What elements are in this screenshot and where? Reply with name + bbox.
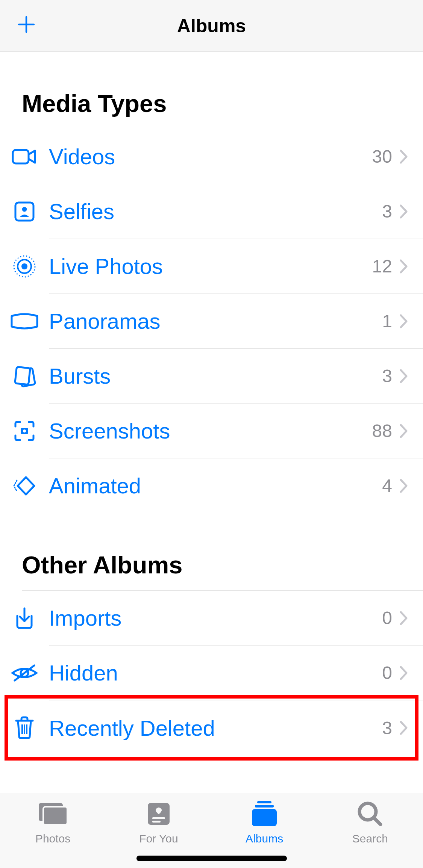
chevron-right-icon (400, 424, 408, 438)
chevron-right-icon (400, 611, 408, 625)
row-label: Live Photos (49, 254, 372, 279)
chevron-right-icon (400, 314, 408, 328)
photos-tab-icon (36, 800, 70, 828)
row-label: Videos (49, 144, 372, 169)
row-screenshots[interactable]: Screenshots 88 (0, 404, 423, 458)
chevron-right-icon (400, 204, 408, 219)
row-label: Recently Deleted (49, 715, 382, 741)
svg-rect-21 (152, 817, 165, 819)
svg-rect-24 (255, 805, 274, 808)
svg-rect-25 (252, 809, 277, 826)
tab-photos[interactable]: Photos (0, 800, 106, 868)
search-tab-icon (357, 800, 383, 828)
chevron-right-icon (400, 479, 408, 493)
svg-rect-23 (257, 801, 271, 803)
section-title-media-types: Media Types (0, 52, 423, 129)
import-icon (0, 607, 49, 629)
row-count: 4 (382, 475, 392, 496)
row-label: Hidden (49, 660, 382, 685)
panorama-icon (0, 313, 49, 330)
row-animated[interactable]: Animated 4 (0, 458, 423, 513)
trash-icon (0, 716, 49, 739)
svg-rect-22 (152, 821, 161, 823)
tab-label: Albums (246, 832, 283, 845)
tab-label: Photos (35, 832, 70, 845)
selfie-icon (0, 201, 49, 222)
row-count: 0 (382, 608, 392, 628)
tab-label: For You (139, 832, 178, 845)
home-indicator[interactable] (136, 856, 287, 861)
svg-rect-2 (13, 150, 29, 163)
chevron-right-icon (400, 150, 408, 164)
hidden-icon (0, 664, 49, 682)
row-count: 1 (382, 311, 392, 331)
svg-point-11 (23, 429, 26, 432)
foryou-tab-icon (146, 800, 172, 828)
row-selfies[interactable]: Selfies 3 (0, 184, 423, 239)
row-bursts[interactable]: Bursts 3 (0, 349, 423, 404)
tab-search[interactable]: Search (317, 800, 423, 868)
row-label: Imports (49, 605, 382, 631)
svg-rect-19 (43, 807, 67, 825)
add-album-button[interactable] (15, 13, 38, 38)
nav-bar: Albums (0, 0, 423, 52)
live-photo-icon (0, 255, 49, 278)
row-count: 3 (382, 201, 392, 222)
animated-icon (0, 476, 49, 496)
row-count: 12 (372, 256, 392, 277)
row-label: Selfies (49, 199, 382, 224)
screenshot-icon (0, 420, 49, 442)
row-count: 0 (382, 662, 392, 683)
row-count: 30 (372, 146, 392, 167)
row-panoramas[interactable]: Panoramas 1 (0, 294, 423, 349)
row-label: Bursts (49, 363, 382, 389)
row-videos[interactable]: Videos 30 (0, 129, 423, 184)
row-recently-deleted[interactable]: Recently Deleted 3 (0, 700, 423, 755)
row-label: Screenshots (49, 418, 372, 443)
chevron-right-icon (400, 721, 408, 735)
burst-icon (0, 364, 49, 388)
tab-label: Search (352, 832, 388, 845)
chevron-right-icon (400, 369, 408, 383)
page-title: Albums (0, 15, 423, 37)
albums-tab-icon (250, 800, 279, 828)
svg-line-27 (374, 818, 381, 824)
row-label: Panoramas (49, 308, 382, 334)
chevron-right-icon (400, 666, 408, 680)
svg-rect-9 (15, 367, 30, 385)
video-icon (0, 148, 49, 166)
chevron-right-icon (400, 259, 408, 274)
row-count: 88 (372, 420, 392, 441)
row-count: 3 (382, 366, 392, 386)
section-title-other-albums: Other Albums (0, 513, 423, 590)
row-imports[interactable]: Imports 0 (0, 591, 423, 646)
content-scroll[interactable]: Media Types Videos 30 Selfies 3 Live Pho… (0, 52, 423, 793)
svg-point-4 (22, 207, 27, 212)
row-hidden[interactable]: Hidden 0 (0, 646, 423, 700)
plus-icon (17, 15, 35, 33)
svg-point-7 (21, 263, 27, 269)
row-live-photos[interactable]: Live Photos 12 (0, 239, 423, 294)
row-count: 3 (382, 718, 392, 738)
row-label: Animated (49, 473, 382, 498)
